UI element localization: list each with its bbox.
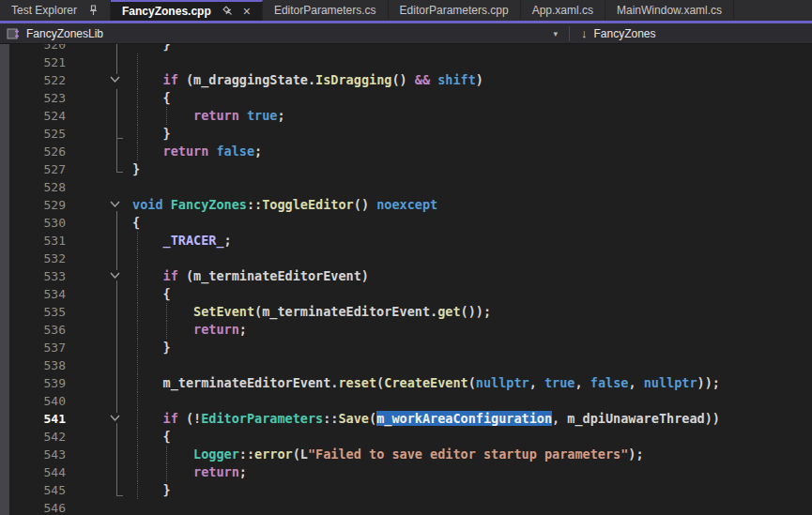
line-number[interactable]: 539 [0, 374, 66, 392]
line-number[interactable]: 530 [0, 214, 66, 232]
code-editor[interactable]: 520 }521522 if (m_draggingState.IsDraggi… [0, 44, 812, 515]
close-icon[interactable]: × [243, 6, 251, 17]
line-number[interactable]: 545 [0, 481, 66, 499]
code-line[interactable]: 528 [0, 178, 812, 196]
code-line[interactable]: 546 [0, 499, 812, 515]
document-tabs: FancyZones.cpp×EditorParameters.csEditor… [111, 0, 734, 21]
tab-label: MainWindow.xaml.cs [617, 4, 722, 17]
fold-column [66, 428, 132, 446]
line-number[interactable]: 543 [0, 446, 66, 463]
code-line[interactable]: 532 [0, 250, 812, 267]
line-number[interactable]: 532 [0, 250, 66, 267]
fold-toggle[interactable] [107, 413, 123, 423]
tab-app-xaml-cs[interactable]: App.xaml.cs [521, 0, 605, 21]
code-line[interactable]: 537 } [0, 339, 812, 356]
line-number[interactable]: 528 [0, 178, 66, 196]
fold-chevron-icon[interactable] [109, 271, 121, 280]
line-number[interactable]: 546 [0, 499, 66, 515]
line-number[interactable]: 529 [0, 196, 66, 214]
line-number[interactable]: 525 [0, 125, 66, 143]
fold-toggle[interactable] [107, 199, 123, 209]
code-text: { [132, 428, 171, 446]
member-dropdown[interactable]: ↓ FancyZones [570, 23, 812, 43]
code-line[interactable]: 529void FancyZones::ToggleEditor() noexc… [0, 196, 812, 214]
code-line[interactable]: 538 [0, 356, 812, 374]
code-line[interactable]: 541 if (!EditorParameters::Save(m_workAr… [0, 410, 812, 428]
line-number[interactable]: 523 [0, 89, 66, 107]
code-line[interactable]: 521 [0, 53, 812, 71]
fold-column [66, 339, 132, 356]
code-line[interactable]: 520 } [0, 44, 812, 53]
code-line[interactable]: 544 return; [0, 463, 812, 481]
tab-mainwindow-xaml-cs[interactable]: MainWindow.xaml.cs [605, 0, 734, 21]
chevron-down-icon[interactable]: ▾ [553, 29, 558, 38]
line-number[interactable]: 538 [0, 356, 66, 374]
tab-editorparameters-cs[interactable]: EditorParameters.cs [263, 0, 389, 21]
project-dropdown[interactable]: FancyZonesLib ▾ [0, 23, 569, 43]
fold-column [66, 232, 132, 250]
code-line[interactable]: 531 _TRACER_; [0, 232, 812, 250]
code-line[interactable]: 527} [0, 160, 812, 178]
indent-guide [166, 446, 167, 463]
line-number[interactable]: 544 [0, 463, 66, 481]
indent-guide [137, 285, 138, 303]
indent-guide [137, 463, 138, 481]
down-arrow-icon: ↓ [581, 26, 588, 40]
code-text: return true; [132, 107, 285, 125]
line-number[interactable]: 522 [0, 71, 66, 89]
code-line[interactable]: 522 if (m_draggingState.IsDragging() && … [0, 71, 812, 89]
code-line[interactable]: 523 { [0, 89, 812, 107]
code-line[interactable]: 545 } [0, 481, 812, 499]
fold-column [66, 196, 132, 214]
tab-test-explorer[interactable]: Test Explorer [0, 0, 111, 21]
code-line[interactable]: 530{ [0, 214, 812, 232]
fold-column [66, 410, 132, 428]
indent-guide [137, 267, 138, 285]
line-number[interactable]: 521 [0, 53, 66, 71]
line-number[interactable]: 526 [0, 143, 66, 160]
code-text: if (!EditorParameters::Save(m_workAreaCo… [132, 410, 720, 428]
fold-chevron-icon[interactable] [109, 75, 121, 83]
fold-toggle[interactable] [107, 270, 123, 280]
fold-chevron-icon[interactable] [109, 200, 121, 208]
code-line[interactable]: 536 return; [0, 321, 812, 339]
line-number[interactable]: 531 [0, 232, 66, 250]
code-line[interactable]: 525 } [0, 125, 812, 143]
line-number[interactable]: 524 [0, 107, 66, 125]
line-number[interactable]: 520 [0, 44, 66, 53]
code-text: { [132, 285, 171, 303]
indent-guide [166, 463, 167, 481]
line-number[interactable]: 534 [0, 285, 66, 303]
line-number[interactable]: 542 [0, 428, 66, 446]
line-number[interactable]: 536 [0, 321, 66, 339]
code-text: return false; [132, 143, 262, 160]
line-number[interactable]: 535 [0, 303, 66, 321]
line-number[interactable]: 540 [0, 392, 66, 410]
pin-icon[interactable] [220, 4, 236, 20]
code-line[interactable]: 539 m_terminateEditorEvent.reset(CreateE… [0, 374, 812, 392]
code-text: { [132, 214, 140, 232]
code-line[interactable]: 543 Logger::error(L"Failed to save edito… [0, 446, 812, 463]
code-line[interactable]: 535 SetEvent(m_terminateEditorEvent.get(… [0, 303, 812, 321]
indent-guide [137, 321, 138, 339]
indent-guide [137, 339, 138, 356]
code-line[interactable]: 526 return false; [0, 143, 812, 160]
line-number[interactable]: 533 [0, 267, 66, 285]
tab-editorparameters-cpp[interactable]: EditorParameters.cpp [389, 0, 521, 21]
code-line[interactable]: 540 [0, 392, 812, 410]
vs-code-editor-window: Test Explorer FancyZones.cpp×EditorParam… [0, 0, 812, 515]
fold-column [66, 44, 132, 53]
tab-strip: Test Explorer FancyZones.cpp×EditorParam… [0, 0, 812, 23]
line-number[interactable]: 537 [0, 339, 66, 356]
line-number[interactable]: 527 [0, 160, 66, 178]
code-line[interactable]: 533 if (m_terminateEditorEvent) [0, 267, 812, 285]
code-text: return; [132, 321, 247, 339]
code-line[interactable]: 534 { [0, 285, 812, 303]
fold-chevron-icon[interactable] [109, 414, 121, 422]
fold-toggle[interactable] [107, 74, 123, 84]
tab-fancyzones-cpp[interactable]: FancyZones.cpp× [111, 0, 263, 21]
code-line[interactable]: 542 { [0, 428, 812, 446]
pin-icon[interactable] [88, 5, 99, 16]
line-number[interactable]: 541 [0, 410, 66, 428]
code-line[interactable]: 524 return true; [0, 107, 812, 125]
